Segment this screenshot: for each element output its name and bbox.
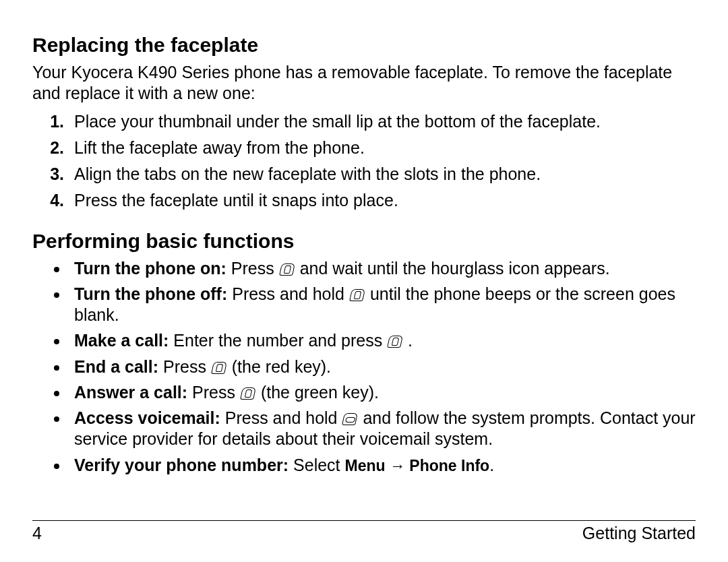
item-text-after: (the green key).	[256, 383, 379, 402]
item-text-after: (the red key).	[227, 357, 331, 376]
item-text-after: .	[489, 456, 494, 474]
item-text-before: Press	[158, 357, 211, 376]
menu-path-b: Phone Info	[409, 457, 489, 474]
item-label: Verify your phone number:	[74, 456, 289, 474]
item-text-before: Press and hold	[227, 284, 349, 303]
list-item: Turn the phone on: Press and wait until …	[69, 258, 696, 279]
list-item: Answer a call: Press (the green key).	[69, 382, 696, 403]
basic-functions-list: Turn the phone on: Press and wait until …	[32, 258, 696, 476]
list-item: Turn the phone off: Press and hold until…	[69, 284, 696, 326]
list-item: Align the tabs on the new faceplate with…	[69, 163, 696, 185]
talk-key-icon	[240, 387, 256, 400]
footer-section-title: Getting Started	[582, 524, 696, 543]
menu-path-a: Menu	[344, 457, 385, 474]
page-footer: 4 Getting Started	[32, 520, 696, 543]
list-item: Press the faceplate until it snaps into …	[69, 189, 696, 211]
end-key-icon	[279, 263, 295, 276]
list-item: Lift the faceplate away from the phone.	[69, 137, 696, 158]
list-item: Place your thumbnail under the small lip…	[69, 111, 696, 132]
item-label: Access voicemail:	[74, 408, 220, 427]
faceplate-steps-list: Place your thumbnail under the small lip…	[32, 111, 696, 211]
talk-key-icon	[387, 336, 403, 348]
item-text-after: .	[403, 331, 413, 350]
item-label: Make a call:	[74, 331, 169, 350]
list-item: Make a call: Enter the number and press …	[69, 330, 696, 351]
item-label: End a call:	[74, 357, 158, 376]
list-item: End a call: Press (the red key).	[69, 356, 696, 377]
item-text-after: and wait until the hourglass icon appear…	[295, 259, 610, 278]
intro-paragraph: Your Kyocera K490 Series phone has a rem…	[32, 62, 696, 104]
item-text-before: Enter the number and press	[169, 331, 387, 350]
page-number: 4	[32, 524, 42, 543]
voicemail-key-icon	[342, 413, 359, 425]
list-item: Access voicemail: Press and hold and fol…	[69, 408, 696, 450]
arrow-icon: →	[386, 457, 410, 474]
item-text-before: Press	[226, 259, 279, 278]
item-text-before: Select	[289, 456, 344, 474]
item-text-before: Press	[187, 383, 240, 402]
item-label: Answer a call:	[74, 383, 187, 402]
end-key-icon	[211, 362, 227, 374]
manual-page: Replacing the faceplate Your Kyocera K49…	[0, 0, 728, 562]
item-label: Turn the phone off:	[74, 284, 227, 303]
item-label: Turn the phone on:	[74, 259, 226, 278]
end-key-icon	[349, 289, 365, 301]
list-item: Verify your phone number: Select Menu → …	[69, 455, 696, 476]
heading-basic-functions: Performing basic functions	[32, 228, 696, 254]
heading-replacing-faceplate: Replacing the faceplate	[32, 32, 696, 58]
item-text-before: Press and hold	[220, 408, 342, 427]
